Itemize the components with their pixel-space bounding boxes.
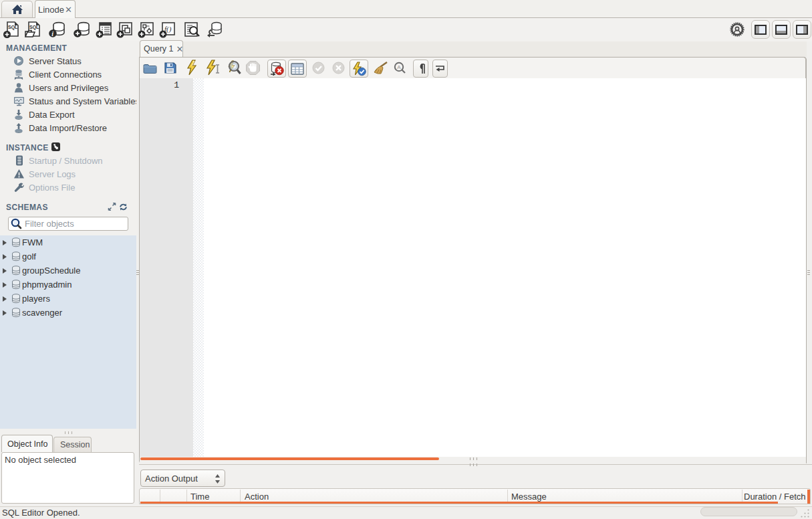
svg-text:A: A (397, 64, 401, 70)
svg-text:SQL: SQL (29, 25, 39, 30)
svg-text:SQL: SQL (8, 25, 18, 30)
svg-text:i: i (51, 30, 53, 37)
